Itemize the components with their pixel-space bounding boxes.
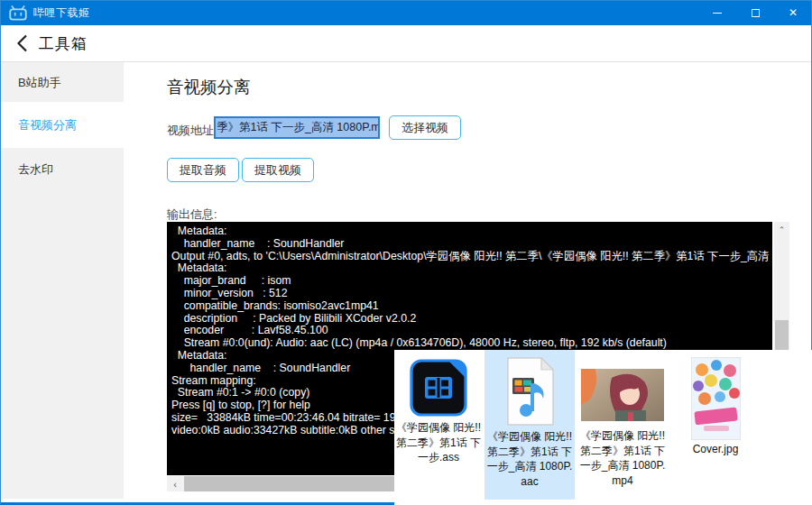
- console-line: encoder : Lavf58.45.100: [171, 325, 772, 337]
- console-line: Output #0, adts, to 'C:\Users\Administra…: [171, 251, 772, 263]
- minimize-icon: [713, 13, 722, 14]
- cover-image-thumbnail: [670, 350, 761, 440]
- extract-audio-button[interactable]: 提取音频: [167, 158, 239, 182]
- file-item-cover[interactable]: Cover.jpg: [670, 350, 761, 500]
- sidebar-item-watermark[interactable]: 去水印: [0, 148, 124, 191]
- scroll-up-arrow-icon[interactable]: ⌃: [774, 222, 789, 237]
- console-line: description : Packed by Bilibili XCoder …: [171, 313, 772, 326]
- file-name: 《学园偶像 阳光!! 第二季》第1话 下一步.ass: [394, 420, 483, 465]
- app-title: 哔哩下载姬: [33, 5, 90, 21]
- console-line: handler_name : SoundHandler: [171, 238, 772, 251]
- file-name: 《学园偶像 阳光!! 第二季》第1话 下一步_高清 1080P.aac: [484, 429, 575, 489]
- file-item-aac-selected[interactable]: 《学园偶像 阳光!! 第二季》第1话 下一步_高清 1080P.aac: [484, 350, 575, 500]
- bilibili-tv-icon: [9, 5, 27, 21]
- video-url-selected-text: 季》第1话 下一步_高清 1080P.mp4: [216, 118, 380, 137]
- output-info-label: 输出信息:: [167, 207, 217, 223]
- video-url-input[interactable]: 季》第1话 下一步_高清 1080P.mp4: [214, 116, 380, 139]
- maximize-icon: [752, 9, 760, 17]
- app-window: 哔哩下载姬 ✕ 工具箱 B站助手 音视频分离 去水印 音视频分离 视频地址: 季…: [0, 0, 812, 505]
- close-button[interactable]: ✕: [774, 0, 812, 25]
- sidebar-item-av-separate[interactable]: 音视频分离: [0, 102, 124, 148]
- console-line: minor_version : 512: [171, 288, 772, 300]
- console-line: major_brand : isom: [171, 275, 772, 288]
- video-url-label: 视频地址:: [167, 123, 217, 139]
- sidebar-item-bzhushou[interactable]: B站助手: [0, 63, 124, 102]
- console-line: Metadata:: [171, 225, 772, 238]
- console-line: Stream #0:0(und): Audio: aac (LC) (mp4a …: [171, 337, 772, 350]
- sidebar: B站助手 音视频分离 去水印: [0, 62, 124, 499]
- desktop-files-panel: 《学园偶像 阳光!! 第二季》第1话 下一步.ass 《学园偶像 阳光!! 第二…: [394, 350, 812, 505]
- console-line: compatible_brands: isomiso2avc1mp41: [171, 300, 772, 313]
- section-title: 音视频分离: [167, 76, 251, 98]
- back-button[interactable]: [16, 34, 28, 52]
- scroll-left-arrow-icon[interactable]: ‹: [167, 476, 183, 491]
- page-header: 工具箱: [0, 25, 812, 62]
- back-chevron-icon: [16, 34, 28, 52]
- video-player-file-icon: [394, 350, 483, 418]
- audio-file-icon: [484, 350, 575, 427]
- file-item-ass[interactable]: 《学园偶像 阳光!! 第二季》第1话 下一步.ass: [394, 350, 483, 500]
- video-thumbnail: [577, 350, 668, 421]
- maximize-button[interactable]: [736, 0, 774, 25]
- page-title[interactable]: 工具箱: [39, 33, 88, 54]
- file-name: 《学园偶像 阳光!! 第二季》第1话 下一步_高清 1080P.mp4: [577, 428, 668, 488]
- minimize-button[interactable]: [698, 0, 736, 25]
- file-item-mp4[interactable]: 《学园偶像 阳光!! 第二季》第1话 下一步_高清 1080P.mp4: [577, 350, 668, 500]
- title-bar: 哔哩下载姬 ✕: [0, 0, 812, 25]
- file-name: Cover.jpg: [670, 442, 761, 457]
- extract-video-button[interactable]: 提取视频: [242, 158, 314, 182]
- console-line: Metadata:: [171, 262, 772, 275]
- choose-video-button[interactable]: 选择视频: [389, 115, 461, 140]
